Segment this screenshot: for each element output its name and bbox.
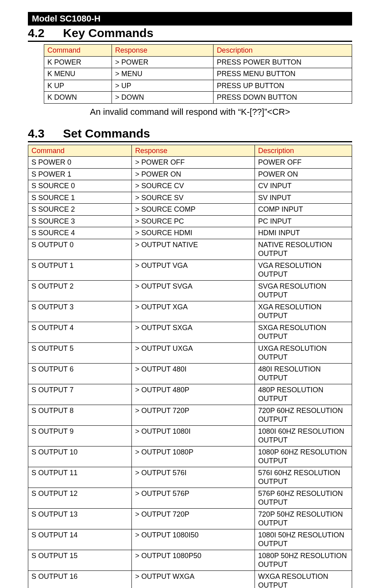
table-cell: 1080I 60HZ RESOLUTION OUTPUT (255, 425, 352, 446)
table-cell: NATIVE RESOLUTION OUTPUT (255, 239, 352, 260)
table-cell: S OUTPUT 12 (28, 488, 132, 508)
table-row: K UP> UPPRESS UP BUTTON (44, 80, 352, 92)
table-row: S OUTPUT 16> OUTPUT WXGAWXGA RESOLUTION … (28, 570, 352, 588)
table-cell: 1080P 50HZ RESOLUTION OUTPUT (255, 550, 352, 570)
table-cell: S OUTPUT 9 (28, 425, 132, 446)
table-cell: S OUTPUT 10 (28, 446, 132, 467)
table-cell: S OUTPUT 6 (28, 363, 132, 384)
table-cell: S OUTPUT 8 (28, 405, 132, 425)
table-cell: 1080I 50HZ RESOLUTION OUTPUT (255, 529, 352, 550)
table-cell: K UP (44, 80, 112, 92)
table-cell: > OUTPUT 576I (132, 467, 255, 488)
table-cell: > OUTPUT SVGA (132, 280, 255, 301)
table-row: S OUTPUT 6> OUTPUT 480I480I RESOLUTION O… (28, 363, 352, 384)
table-cell: 480I RESOLUTION OUTPUT (255, 363, 352, 384)
table-cell: > OUTPUT UXGA (132, 342, 255, 363)
table-cell: > SOURCE SV (132, 192, 255, 204)
table-row: S OUTPUT 10> OUTPUT 1080P1080P 60HZ RESO… (28, 446, 352, 467)
invalid-command-caption: An invalid command will respond with “K-… (28, 107, 352, 117)
table-cell: SV INPUT (255, 192, 352, 204)
table-cell: > SOURCE PC (132, 215, 255, 227)
table-cell: 720P 50HZ RESOLUTION OUTPUT (255, 508, 352, 529)
table-cell: WXGA RESOLUTION OUTPUT (255, 570, 352, 588)
table-row: S SOURCE 0> SOURCE CVCV INPUT (28, 180, 352, 192)
col-header: Description (255, 145, 352, 157)
table-row: S OUTPUT 4> OUTPUT SXGASXGA RESOLUTION O… (28, 322, 352, 342)
table-cell: S POWER 0 (28, 157, 132, 169)
table-cell: POWER OFF (255, 157, 352, 169)
table-row: S SOURCE 1> SOURCE SVSV INPUT (28, 192, 352, 204)
table-cell: S OUTPUT 13 (28, 508, 132, 529)
col-header: Command (44, 45, 112, 57)
section-4-2-heading: 4.2 Key Commands (28, 26, 352, 42)
table-row: S SOURCE 3> SOURCE PCPC INPUT (28, 215, 352, 227)
table-cell: CV INPUT (255, 180, 352, 192)
table-cell: > DOWN (112, 92, 214, 104)
table-cell: S OUTPUT 3 (28, 301, 132, 322)
table-cell: S SOURCE 0 (28, 180, 132, 192)
key-commands-table: Command Response Description K POWER> PO… (44, 44, 352, 104)
table-row: S OUTPUT 1> OUTPUT VGAVGA RESOLUTION OUT… (28, 260, 352, 280)
table-cell: > OUTPUT 1080I50 (132, 529, 255, 550)
table-cell: > OUTPUT 720P (132, 405, 255, 425)
table-row: S OUTPUT 11> OUTPUT 576I576I 60HZ RESOLU… (28, 467, 352, 488)
table-row: S OUTPUT 3> OUTPUT XGAXGA RESOLUTION OUT… (28, 301, 352, 322)
table-cell: SXGA RESOLUTION OUTPUT (255, 322, 352, 342)
table-cell: > OUTPUT SXGA (132, 322, 255, 342)
table-row: S OUTPUT 9> OUTPUT 1080I1080I 60HZ RESOL… (28, 425, 352, 446)
table-cell: S SOURCE 2 (28, 204, 132, 216)
table-cell: VGA RESOLUTION OUTPUT (255, 260, 352, 280)
table-cell: > POWER ON (132, 168, 255, 180)
table-cell: PRESS DOWN BUTTON (214, 92, 352, 104)
table-cell: > POWER (112, 56, 214, 68)
section-number: 4.2 (28, 26, 60, 40)
table-cell: PRESS POWER BUTTON (214, 56, 352, 68)
table-row: S OUTPUT 14> OUTPUT 1080I501080I 50HZ RE… (28, 529, 352, 550)
table-row: S POWER 0> POWER OFFPOWER OFF (28, 157, 352, 169)
table-cell: > OUTPUT 720P (132, 508, 255, 529)
table-cell: S SOURCE 4 (28, 227, 132, 239)
table-cell: > OUTPUT WXGA (132, 570, 255, 588)
table-row: S OUTPUT 0> OUTPUT NATIVENATIVE RESOLUTI… (28, 239, 352, 260)
table-cell: > UP (112, 80, 214, 92)
table-cell: S OUTPUT 2 (28, 280, 132, 301)
table-row: K MENU> MENUPRESS MENU BUTTON (44, 68, 352, 80)
table-cell: > MENU (112, 68, 214, 80)
table-cell: PC INPUT (255, 215, 352, 227)
table-row: S OUTPUT 7> OUTPUT 480P480P RESOLUTION O… (28, 384, 352, 405)
table-row: S SOURCE 4> SOURCE HDMIHDMI INPUT (28, 227, 352, 239)
table-row: S SOURCE 2> SOURCE COMPCOMP INPUT (28, 204, 352, 216)
table-row: S OUTPUT 15> OUTPUT 1080P501080P 50HZ RE… (28, 550, 352, 570)
table-cell: S POWER 1 (28, 168, 132, 180)
table-cell: > OUTPUT 480P (132, 384, 255, 405)
table-row: K POWER> POWERPRESS POWER BUTTON (44, 56, 352, 68)
table-cell: > SOURCE COMP (132, 204, 255, 216)
table-cell: S OUTPUT 11 (28, 467, 132, 488)
table-row: S OUTPUT 5> OUTPUT UXGAUXGA RESOLUTION O… (28, 342, 352, 363)
table-cell: S SOURCE 3 (28, 215, 132, 227)
table-cell: > SOURCE HDMI (132, 227, 255, 239)
table-header-row: Command Response Description (44, 45, 352, 57)
col-header: Response (132, 145, 255, 157)
table-cell: S OUTPUT 5 (28, 342, 132, 363)
table-cell: 480P RESOLUTION OUTPUT (255, 384, 352, 405)
table-row: S OUTPUT 12> OUTPUT 576P576P 60HZ RESOLU… (28, 488, 352, 508)
table-cell: S OUTPUT 7 (28, 384, 132, 405)
table-row: S OUTPUT 2> OUTPUT SVGASVGA RESOLUTION O… (28, 280, 352, 301)
section-number: 4.3 (28, 127, 60, 140)
table-cell: K POWER (44, 56, 112, 68)
section-title: Key Commands (63, 26, 153, 39)
table-cell: S OUTPUT 16 (28, 570, 132, 588)
col-header: Description (214, 45, 352, 57)
table-cell: K MENU (44, 68, 112, 80)
table-cell: 1080P 60HZ RESOLUTION OUTPUT (255, 446, 352, 467)
table-cell: > OUTPUT 1080I (132, 425, 255, 446)
table-cell: > OUTPUT 1080P50 (132, 550, 255, 570)
table-cell: HDMI INPUT (255, 227, 352, 239)
table-row: K DOWN> DOWNPRESS DOWN BUTTON (44, 92, 352, 104)
table-cell: 576I 60HZ RESOLUTION OUTPUT (255, 467, 352, 488)
table-cell: S OUTPUT 14 (28, 529, 132, 550)
table-cell: XGA RESOLUTION OUTPUT (255, 301, 352, 322)
set-commands-table: Command Response Description S POWER 0> … (28, 145, 352, 588)
table-cell: > OUTPUT NATIVE (132, 239, 255, 260)
